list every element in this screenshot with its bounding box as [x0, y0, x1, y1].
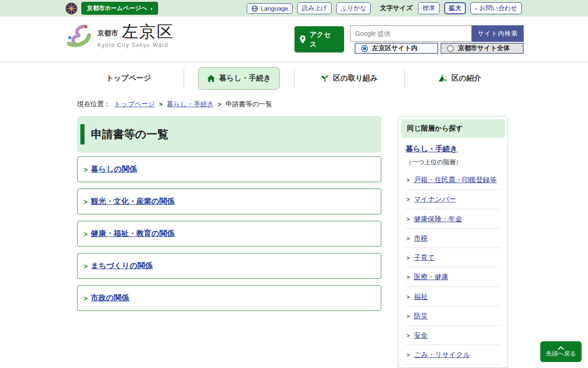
- category-link-machizukuri[interactable]: まちづくりの関係: [91, 261, 153, 271]
- chevron-right-icon: >: [407, 254, 410, 263]
- utility-bar-right: Language 読み上げ ふりがな 文字サイズ 標準 拡大 › お問い合わせ: [247, 2, 522, 14]
- globe-icon: [251, 5, 258, 12]
- sidebar-link-anzen[interactable]: 安全: [414, 330, 428, 340]
- breadcrumb-current: 申請書等の一覧: [226, 100, 272, 109]
- sidebar-parent-note: （一つ上位の階層）: [406, 158, 500, 170]
- font-size-label: 文字サイズ: [380, 4, 413, 12]
- chevron-up-icon: [557, 346, 565, 350]
- sidebar-link-kenkohoken[interactable]: 健康保険・年金: [414, 213, 462, 224]
- access-button[interactable]: アクセス: [294, 26, 344, 52]
- category-link-kenko[interactable]: 健康・福祉・教育の関係: [91, 229, 175, 239]
- chevron-right-icon: >: [407, 196, 410, 204]
- sidebar-item: > 福祉: [406, 287, 500, 306]
- chevron-right-icon: >: [84, 230, 88, 238]
- furigana-button[interactable]: ふりがな: [336, 2, 371, 14]
- site-search: サイト内検索 左京区サイト内 京都市サイト全体: [350, 25, 524, 54]
- sidebar-item: > 健康保険・年金: [406, 209, 500, 229]
- nav-item-kurashi[interactable]: 暮らし・手続き: [184, 64, 294, 92]
- chevron-right-icon: >: [218, 101, 221, 108]
- sidebar-item: > 市税: [406, 229, 500, 248]
- radio-unselected-icon[interactable]: [447, 45, 454, 52]
- breadcrumb-link-section[interactable]: 暮らし・手続き: [167, 100, 214, 109]
- search-submit-button[interactable]: サイト内検索: [472, 25, 524, 42]
- search-scope-ward-option[interactable]: 左京区サイト内: [355, 43, 438, 54]
- sidebar-link-bosai[interactable]: 防災: [414, 310, 428, 321]
- search-input[interactable]: [350, 25, 472, 42]
- nav-active-pill[interactable]: 暮らし・手続き: [198, 67, 280, 90]
- utility-bar-left: 京都市ホームページへ ›: [65, 2, 158, 15]
- chevron-right-icon: >: [84, 262, 88, 270]
- read-aloud-button[interactable]: 読み上げ: [297, 2, 332, 14]
- category-link-box: > 観光・文化・産業の関係: [77, 189, 381, 214]
- sidebar-item: > 防災: [406, 306, 500, 326]
- radio-selected-icon[interactable]: [361, 45, 368, 52]
- back-to-top-button[interactable]: 先頭へ戻る: [540, 341, 582, 362]
- kyoto-city-emblem-icon: [65, 2, 78, 15]
- sidebar-item: > 医療・健康: [406, 267, 500, 287]
- chevron-right-icon: >: [84, 166, 88, 173]
- page-title: 申請書等の一覧: [91, 127, 169, 142]
- language-button[interactable]: Language: [247, 3, 293, 14]
- sidebar-item: > 安全: [406, 326, 500, 345]
- chevron-right-icon: >: [407, 176, 410, 185]
- search-scope-city-option[interactable]: 京都市サイト全体: [441, 43, 524, 54]
- chevron-right-icon: ›: [151, 5, 153, 12]
- sidebar-link-shizei[interactable]: 市税: [414, 233, 428, 243]
- chevron-right-icon: >: [407, 332, 410, 340]
- sidebar-link-koseki[interactable]: 戸籍・住民票・印鑑登録等: [414, 174, 497, 185]
- utility-bar: 京都市ホームページへ › Language 読み上げ ふりがな 文字サイズ 標準…: [0, 0, 588, 17]
- language-label: Language: [260, 5, 288, 12]
- map-pin-icon: [299, 35, 306, 44]
- site-logo[interactable]: 京都市 左京区 Kyoto City Sakyo Ward: [64, 23, 174, 49]
- nav-item-top-page[interactable]: トップページ: [74, 64, 184, 92]
- chevron-right-icon: >: [407, 215, 410, 224]
- mountain-flag-icon: [438, 74, 448, 82]
- chevron-right-icon: >: [84, 294, 88, 302]
- logo-ward-name-english: Kyoto City Sakyo Ward: [97, 42, 174, 48]
- sakyo-ward-logo-icon: [64, 23, 93, 49]
- sidebar-link-mynumber[interactable]: マイナンバー: [414, 194, 456, 204]
- main-content: 申請書等の一覧 > 暮らしの関係 > 観光・文化・産業の関係 > 健康・福祉・教…: [77, 116, 381, 317]
- search-scope-options: 左京区サイト内 京都市サイト全体: [355, 43, 524, 54]
- breadcrumb: 現在位置： トップページ > 暮らし・手続き > 申請書等の一覧: [77, 100, 272, 109]
- kyoto-city-homepage-label: 京都市ホームページへ: [87, 4, 147, 12]
- logo-city-name: 京都市: [97, 29, 118, 41]
- sidebar-link-iryo[interactable]: 医療・健康: [414, 271, 448, 282]
- kyoto-city-homepage-button[interactable]: 京都市ホームページへ ›: [81, 2, 158, 15]
- home-icon: [207, 75, 215, 82]
- category-link-shisei[interactable]: 市政の関係: [91, 293, 129, 303]
- site-logo-text: 京都市 左京区 Kyoto City Sakyo Ward: [97, 23, 174, 48]
- sidebar-link-kosodate[interactable]: 子育て: [414, 252, 435, 263]
- font-size-large-button[interactable]: 拡大: [444, 2, 466, 14]
- sidebar-link-fukushi[interactable]: 福祉: [414, 291, 428, 302]
- page-title-box: 申請書等の一覧: [77, 116, 381, 153]
- chevron-right-icon: >: [159, 101, 163, 108]
- category-link-box: > まちづくりの関係: [77, 253, 381, 279]
- site-header: 京都市 左京区 Kyoto City Sakyo Ward アクセス サイト内検…: [0, 17, 588, 62]
- category-link-box: > 健康・福祉・教育の関係: [77, 221, 381, 247]
- category-link-kurashi[interactable]: 暮らしの関係: [91, 164, 137, 174]
- title-accent-bar: [80, 124, 85, 144]
- sidebar-same-level: 同じ階層から探す 暮らし・手続き （一つ上位の階層） > 戸籍・住民票・印鑑登録…: [398, 116, 508, 368]
- chevron-right-icon: >: [407, 235, 410, 243]
- font-size-standard-button[interactable]: 標準: [418, 2, 440, 14]
- chevron-right-icon: >: [407, 293, 410, 302]
- category-link-box: > 市政の関係: [77, 285, 381, 311]
- chevron-right-icon: ›: [475, 5, 477, 12]
- sidebar-item: > ごみ・リサイクル: [406, 345, 500, 364]
- category-link-kanko[interactable]: 観光・文化・産業の関係: [91, 196, 175, 207]
- chevron-right-icon: >: [407, 351, 410, 360]
- sidebar-item: > マイナンバー: [406, 190, 500, 209]
- sprout-icon: [321, 74, 329, 83]
- breadcrumb-link-home[interactable]: トップページ: [114, 100, 155, 109]
- contact-button[interactable]: › お問い合わせ: [470, 2, 522, 14]
- breadcrumb-label: 現在位置：: [77, 100, 111, 109]
- sidebar-parent-link[interactable]: 暮らし・手続き: [406, 145, 458, 153]
- nav-item-shoukai[interactable]: 区の紹介: [404, 64, 514, 92]
- category-link-box: > 暮らしの関係: [77, 156, 381, 182]
- chevron-right-icon: >: [84, 198, 88, 206]
- sidebar-link-gomi[interactable]: ごみ・リサイクル: [414, 349, 470, 360]
- nav-item-torikumi[interactable]: 区の取り組み: [294, 64, 404, 92]
- chevron-right-icon: >: [407, 312, 410, 321]
- sidebar-item: > 子育て: [406, 248, 500, 267]
